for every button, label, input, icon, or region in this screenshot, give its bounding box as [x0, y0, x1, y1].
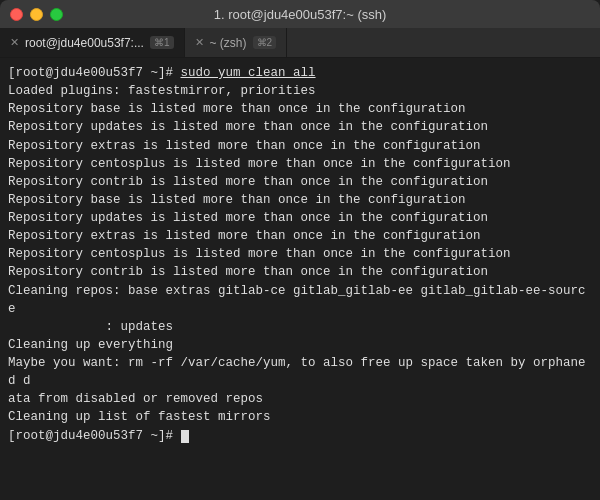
terminal-line: Repository contrib is listed more than o… [8, 263, 592, 281]
terminal-line: Repository contrib is listed more than o… [8, 173, 592, 191]
tab-close-icon-1[interactable]: ✕ [10, 37, 19, 48]
cursor [181, 430, 189, 443]
terminal-output[interactable]: [root@jdu4e00u53f7 ~]# sudo yum clean al… [0, 58, 600, 500]
terminal-line: Repository base is listed more than once… [8, 100, 592, 118]
minimize-button[interactable] [30, 8, 43, 21]
tabbar: ✕ root@jdu4e00u53f7:... ⌘1 ✕ ~ (zsh) ⌘2 [0, 28, 600, 58]
terminal-line: Cleaning up list of fastest mirrors [8, 408, 592, 426]
window-title: 1. root@jdu4e00u53f7:~ (ssh) [214, 7, 387, 22]
terminal-line: Repository updates is listed more than o… [8, 118, 592, 136]
terminal-line: Loaded plugins: fastestmirror, prioritie… [8, 82, 592, 100]
tab-kbd-2: ⌘2 [253, 36, 277, 49]
terminal-prompt-line: [root@jdu4e00u53f7 ~]# [8, 427, 592, 445]
tab-1[interactable]: ✕ root@jdu4e00u53f7:... ⌘1 [0, 28, 185, 57]
prompt-final: [root@jdu4e00u53f7 ~]# [8, 429, 181, 443]
terminal-line: [root@jdu4e00u53f7 ~]# sudo yum clean al… [8, 64, 592, 82]
traffic-lights [10, 8, 63, 21]
terminal-line: ata from disabled or removed repos [8, 390, 592, 408]
terminal-line: Repository centosplus is listed more tha… [8, 245, 592, 263]
terminal-line: Cleaning repos: base extras gitlab-ce gi… [8, 282, 592, 318]
terminal-line: Repository centosplus is listed more tha… [8, 155, 592, 173]
tab-label-2: ~ (zsh) [210, 36, 247, 50]
maximize-button[interactable] [50, 8, 63, 21]
terminal-line: Repository extras is listed more than on… [8, 227, 592, 245]
terminal-line: Cleaning up everything [8, 336, 592, 354]
command-text: sudo yum clean all [181, 66, 316, 80]
tab-close-icon-2[interactable]: ✕ [195, 37, 204, 48]
terminal-line: Maybe you want: rm -rf /var/cache/yum, t… [8, 354, 592, 390]
tab-kbd-1: ⌘1 [150, 36, 174, 49]
titlebar: 1. root@jdu4e00u53f7:~ (ssh) [0, 0, 600, 28]
prompt: [root@jdu4e00u53f7 ~]# [8, 66, 181, 80]
terminal-line: Repository extras is listed more than on… [8, 137, 592, 155]
tab-2[interactable]: ✕ ~ (zsh) ⌘2 [185, 28, 288, 57]
tab-label-1: root@jdu4e00u53f7:... [25, 36, 144, 50]
terminal-line: Repository updates is listed more than o… [8, 209, 592, 227]
terminal-line: : updates [8, 318, 592, 336]
terminal-line: Repository base is listed more than once… [8, 191, 592, 209]
close-button[interactable] [10, 8, 23, 21]
